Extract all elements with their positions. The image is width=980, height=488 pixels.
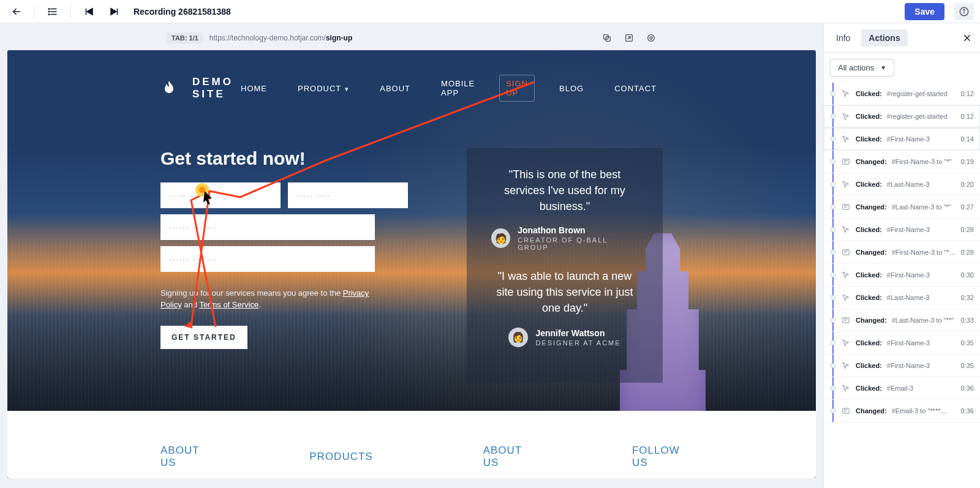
event-target: #Email-3 — [887, 385, 913, 392]
info-icon[interactable] — [954, 3, 974, 20]
target-icon[interactable] — [646, 32, 657, 43]
testimonial-name-1: Jonathon Brown — [518, 225, 638, 235]
svg-point-3 — [48, 8, 50, 9]
cursor-click-icon — [841, 293, 851, 302]
event-type: Changed: — [856, 203, 887, 211]
event-type: Clicked: — [856, 181, 882, 188]
event-row[interactable]: Clicked: #Email-30:36 — [824, 377, 980, 400]
event-row[interactable]: Clicked: #First-Name-30:30 — [824, 264, 980, 287]
back-button[interactable] — [6, 3, 27, 20]
event-row[interactable]: Changed: #First-Name-3 to "**…0:28 — [824, 241, 980, 264]
event-row[interactable]: Clicked: #First-Name-30:35 — [824, 355, 980, 377]
footer-about-us-2: ABOUT US — [483, 445, 522, 469]
consent-text: Signing up for our services means you ag… — [160, 288, 375, 311]
open-external-icon[interactable] — [624, 32, 635, 43]
tab-count-pill: TAB: 1/1 — [167, 32, 203, 43]
event-target: #First-Name-3 — [887, 271, 930, 279]
divider — [34, 5, 35, 18]
cursor-click-icon — [841, 383, 851, 393]
svg-point-17 — [650, 37, 652, 39]
nav-contact[interactable]: CONTACT — [608, 80, 663, 97]
event-target: #Last-Name-3 — [887, 181, 930, 188]
event-row[interactable]: Clicked: #register-get-started0:12 — [824, 83, 980, 105]
close-icon[interactable] — [959, 30, 975, 46]
consent-prefix: Signing up for our services means you ag… — [160, 288, 343, 298]
testimonial-quote-1: "This is one of the best services I've u… — [491, 167, 638, 214]
event-target: #register-get-started — [887, 113, 948, 120]
event-row[interactable]: Clicked: #Last-Name-30:20 — [824, 173, 980, 196]
cursor-click-icon — [841, 225, 851, 235]
event-type: Clicked: — [856, 339, 882, 347]
cursor-click-icon — [841, 338, 851, 348]
event-row[interactable]: Clicked: #Last-Name-30:32 — [824, 287, 980, 309]
cursor-click-icon — [841, 89, 851, 99]
keyboard-icon — [841, 202, 851, 212]
password-input[interactable] — [160, 246, 375, 272]
tab-info[interactable]: Info — [829, 29, 858, 47]
keyboard-icon — [841, 315, 851, 325]
url-bold: sign-up — [326, 34, 352, 42]
list-icon[interactable] — [42, 3, 63, 20]
event-timestamp: 0:36 — [961, 407, 974, 415]
prev-recording-button[interactable] — [78, 3, 99, 20]
footer-products: PRODUCTS — [309, 451, 372, 463]
last-name-input[interactable] — [288, 182, 408, 208]
event-type: Clicked: — [856, 226, 882, 233]
nav-links: HOME PRODUCT ABOUT MOBILE APP SIGN UP BL… — [235, 75, 663, 102]
actions-filter-label: All actions — [838, 63, 874, 72]
avatar: 👩 — [508, 328, 528, 347]
terms-of-service-link[interactable]: Terms of Service — [199, 300, 258, 309]
nav-product[interactable]: PRODUCT — [292, 80, 355, 97]
event-row[interactable]: Clicked: #First-Name-30:14 — [824, 128, 980, 151]
nav-about[interactable]: ABOUT — [374, 80, 417, 97]
keyboard-icon — [841, 247, 851, 257]
event-target: #register-get-started — [887, 90, 948, 97]
event-timestamp: 0:32 — [961, 294, 974, 301]
event-target: #First-Name-3 — [887, 339, 930, 347]
event-row[interactable]: Clicked: #register-get-started0:12 — [824, 105, 980, 128]
hero-content: Get started now! Signing up for our serv… — [160, 148, 663, 383]
event-row[interactable]: Clicked: #First-Name-30:28 — [824, 219, 980, 241]
event-timestamp: 0:12 — [961, 113, 974, 120]
get-started-button[interactable]: GET STARTED — [160, 326, 247, 349]
cursor-click-icon — [841, 179, 851, 189]
page-url: https://technology-demo.hotjar.com/sign-… — [209, 34, 352, 42]
footer-about-us-1: ABOUT US — [160, 445, 199, 469]
nav-mobile-app[interactable]: MOBILE APP — [435, 75, 481, 101]
email-input[interactable] — [160, 214, 375, 240]
signup-form: Get started now! Signing up for our serv… — [160, 148, 375, 383]
url-dim: https://technology-demo.hotjar.com/ — [209, 34, 326, 42]
event-target: #Last-Name-3 to "*" — [892, 203, 951, 211]
event-type: Clicked: — [856, 294, 882, 301]
event-type: Clicked: — [856, 271, 882, 279]
event-timestamp: 0:33 — [961, 317, 974, 324]
svg-point-5 — [48, 13, 50, 15]
nav-blog[interactable]: BLOG — [553, 80, 590, 97]
svg-marker-9 — [111, 8, 116, 15]
consent-period: . — [258, 300, 261, 309]
event-type: Clicked: — [856, 90, 882, 97]
save-button[interactable]: Save — [905, 3, 944, 20]
cursor-click-icon — [841, 361, 851, 370]
event-row[interactable]: Changed: #First-Name-3 to "*"0:19 — [824, 151, 980, 173]
events-list[interactable]: Clicked: #register-get-started0:12Clicke… — [824, 83, 980, 488]
copy-icon[interactable] — [601, 32, 612, 43]
tab-actions[interactable]: Actions — [861, 29, 907, 47]
chevron-down-icon: ▼ — [880, 64, 886, 71]
event-target: #Last-Name-3 — [887, 294, 930, 301]
event-row[interactable]: Changed: #Last-Name-3 to "**"0:33 — [824, 309, 980, 332]
event-row[interactable]: Clicked: #First-Name-30:35 — [824, 332, 980, 355]
first-name-input[interactable] — [160, 182, 281, 208]
keyboard-icon — [841, 406, 851, 416]
svg-point-16 — [648, 35, 655, 42]
next-recording-button[interactable] — [104, 3, 125, 20]
footer-band: ABOUT US PRODUCTS ABOUT US FOLLOW US — [7, 411, 816, 478]
nav-home[interactable]: HOME — [235, 80, 273, 97]
event-row[interactable]: Changed: #Email-3 to "****…0:36 — [824, 400, 980, 422]
event-row[interactable]: Changed: #Last-Name-3 to "*"0:27 — [824, 196, 980, 219]
event-timestamp: 0:30 — [961, 271, 974, 279]
actions-filter-dropdown[interactable]: All actions ▼ — [830, 59, 894, 77]
event-target: #Email-3 to "****… — [892, 407, 948, 415]
nav-sign-up[interactable]: SIGN UP — [499, 75, 535, 102]
avatar: 🧑 — [491, 228, 510, 248]
